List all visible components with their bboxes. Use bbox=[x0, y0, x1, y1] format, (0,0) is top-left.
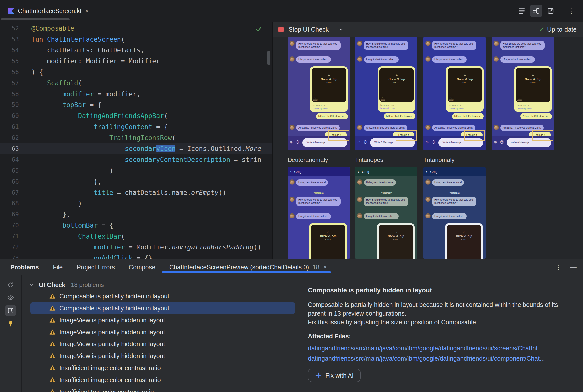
code-line: 58 modifier = modifier, bbox=[0, 88, 272, 100]
code-line: 73 onAddClick = {} bbox=[0, 253, 272, 259]
split-view-button[interactable] bbox=[530, 5, 542, 17]
back-icon[interactable]: ‹ bbox=[290, 170, 291, 174]
problem-count-badge: 18 bbox=[313, 264, 319, 271]
indent-guide bbox=[84, 111, 84, 230]
preview-options-kebab-icon[interactable]: ⋮ bbox=[480, 156, 486, 162]
minimize-icon[interactable]: — bbox=[570, 264, 576, 271]
emoji-icon[interactable]: ☺ bbox=[364, 140, 367, 144]
inspections-status-widget[interactable] bbox=[255, 26, 262, 32]
card-url[interactable]: brew&sip.com bbox=[517, 107, 549, 110]
card-url[interactable]: brew&sip.com bbox=[313, 107, 345, 110]
problem-item[interactable]: Composable is partially hidden in layout bbox=[22, 290, 301, 302]
emoji-icon[interactable]: ☺ bbox=[432, 140, 436, 144]
chat-preview-phone-tritanopes[interactable]: ‹Greg⋮Haha, next time for sure!Yesterday… bbox=[355, 168, 417, 259]
problem-item[interactable]: ImageView is partially hidden in layout bbox=[22, 314, 301, 326]
panel-layout-icon bbox=[7, 307, 14, 314]
stop-ui-check-button[interactable]: Stop UI Check bbox=[287, 26, 330, 33]
problem-item[interactable]: ImageView is partially hidden in layout bbox=[22, 350, 301, 362]
problem-item[interactable]: ImageView is partially hidden in layout bbox=[22, 326, 301, 338]
stop-icon bbox=[278, 27, 283, 32]
tab-compose[interactable]: Compose bbox=[129, 264, 155, 271]
brew-and-sip-image: ☕Brew & SipOHIO☕ bbox=[448, 68, 482, 102]
more-options-button[interactable]: ⋮ bbox=[565, 5, 577, 17]
chat-preview-phone[interactable]: Hey! Should we go to that cafe you menti… bbox=[355, 37, 417, 150]
problems-group-header[interactable]: UI Check 18 problems bbox=[22, 279, 104, 290]
code-line: 65 ) bbox=[0, 165, 272, 176]
code-text: ) bbox=[23, 198, 82, 209]
emoji-icon[interactable]: ☺ bbox=[296, 140, 300, 144]
preview-variant-label: Tritanomaly bbox=[423, 156, 454, 164]
affected-file-link-2[interactable]: datingandfriends/src/main/java/com/ibm/g… bbox=[308, 355, 575, 362]
code-line: 64 secondaryContentDescription = strin bbox=[0, 154, 272, 165]
split-view-icon bbox=[532, 7, 540, 15]
avatar bbox=[289, 124, 295, 130]
chevron-down-icon[interactable] bbox=[338, 27, 344, 32]
brew-and-sip-image: ☕Brew & SipOHIO☕ bbox=[379, 68, 414, 102]
problem-item-label: ImageView is partially hidden in layout bbox=[60, 328, 165, 336]
card-title: brew and sip bbox=[517, 104, 549, 106]
tab-project-errors[interactable]: Project Errors bbox=[77, 264, 115, 271]
editor-tab-chatinterfacescreen[interactable]: ChatInterfaceScreen.kt × bbox=[6, 4, 91, 18]
tab-file[interactable]: File bbox=[53, 264, 63, 271]
add-attachment-icon[interactable]: ⊕ bbox=[494, 140, 497, 144]
line-number: 61 bbox=[0, 122, 23, 132]
problem-item[interactable]: Composable is partially hidden in layout bbox=[22, 302, 301, 314]
card-url[interactable]: brew&sip.com bbox=[380, 107, 413, 110]
code-text: modifier: Modifier = Modifier bbox=[23, 56, 160, 67]
code-text: @Composable bbox=[23, 23, 74, 34]
chat-message-left: Amazing, I'll see you there at 2pm? bbox=[494, 124, 544, 131]
line-number: 63 bbox=[0, 143, 23, 154]
chat-preview-phone-deuteranomaly[interactable]: ‹Greg⋮Haha, next time for sure!Yesterday… bbox=[287, 168, 350, 259]
panel-options-kebab-icon[interactable]: ⋮ bbox=[555, 264, 561, 270]
coffee-cup-icon: ☕ bbox=[516, 73, 550, 77]
emoji-icon[interactable]: ☺ bbox=[500, 140, 504, 144]
tab-close-icon[interactable]: × bbox=[323, 264, 327, 270]
back-icon[interactable]: ‹ bbox=[358, 170, 359, 174]
preview-options-kebab-icon[interactable]: ⋮ bbox=[412, 156, 418, 162]
affected-file-link-1[interactable]: datingandfriends/src/main/java/com/ibm/g… bbox=[308, 345, 575, 352]
tab-chatinterfacescreenpreview[interactable]: ChatInterfaceScreenPreview (sortedChatDe… bbox=[169, 264, 327, 271]
code-text: ) { bbox=[23, 67, 43, 78]
editor-view-mode-buttons: ⋮ bbox=[515, 4, 577, 18]
card-url[interactable]: brew&sip.com bbox=[449, 107, 481, 110]
chat-preview-phone[interactable]: Hey! Should we go to that cafe you menti… bbox=[287, 37, 350, 150]
refresh-button[interactable] bbox=[5, 279, 16, 290]
problem-item[interactable]: Insufficient text color contrast ratio bbox=[22, 386, 301, 392]
problem-item-label: Composable is partially hidden in layout bbox=[60, 293, 169, 300]
design-view-button[interactable] bbox=[544, 5, 557, 17]
toolbar-divider bbox=[334, 25, 334, 34]
problem-item[interactable]: ImageView is partially hidden in layout bbox=[22, 338, 301, 350]
eye-icon bbox=[7, 294, 14, 301]
tab-strip-scrollbar[interactable] bbox=[1, 18, 70, 20]
editor-scrollbar-thumb[interactable] bbox=[267, 51, 270, 65]
problem-item[interactable]: Insufficient image color contrast ratio bbox=[22, 362, 301, 374]
avatar bbox=[357, 40, 363, 46]
tab-problems[interactable]: Problems bbox=[11, 264, 39, 271]
chat-preview-phone-tritanomaly[interactable]: ‹Greg⋮Haha, next time for sure!Yesterday… bbox=[423, 168, 486, 259]
preview-options-kebab-icon[interactable]: ⋮ bbox=[344, 156, 350, 162]
chat-kebab-icon[interactable]: ⋮ bbox=[480, 170, 483, 174]
code-text: secondaryIcon = Icons.Outlined.More bbox=[23, 143, 261, 154]
code-editor[interactable]: 52@Composable53fun ChatInterfaceScreen(5… bbox=[0, 22, 272, 259]
add-attachment-icon[interactable]: ⊕ bbox=[290, 140, 293, 144]
quick-fix-button[interactable] bbox=[5, 318, 16, 329]
chat-preview-phone[interactable]: Hey! Should we go to that cafe you menti… bbox=[423, 37, 486, 150]
avatar bbox=[289, 56, 295, 62]
problems-list: Composable is partially hidden in layout… bbox=[22, 290, 301, 392]
preview-visibility-button[interactable] bbox=[5, 292, 16, 303]
chat-preview-phone[interactable]: Hey! Should we go to that cafe you menti… bbox=[492, 37, 554, 150]
code-view-button[interactable] bbox=[515, 5, 528, 17]
tab-close-icon[interactable]: × bbox=[85, 8, 89, 14]
add-attachment-icon[interactable]: ⊕ bbox=[426, 140, 429, 144]
details-view-button[interactable] bbox=[5, 305, 16, 316]
add-attachment-icon[interactable]: ⊕ bbox=[358, 140, 361, 144]
chat-message-left: Haha, next time for sure! bbox=[289, 179, 328, 186]
problem-item[interactable]: Insufficient image color contrast ratio bbox=[22, 374, 301, 386]
line-number: 65 bbox=[0, 165, 23, 176]
line-number: 70 bbox=[0, 220, 23, 231]
coffee-cup-photo: ☕ bbox=[449, 96, 454, 102]
chat-kebab-icon[interactable]: ⋮ bbox=[344, 170, 347, 174]
fix-with-ai-button[interactable]: Fix with AI bbox=[308, 368, 361, 382]
back-icon[interactable]: ‹ bbox=[426, 170, 427, 174]
chat-kebab-icon[interactable]: ⋮ bbox=[412, 170, 415, 174]
